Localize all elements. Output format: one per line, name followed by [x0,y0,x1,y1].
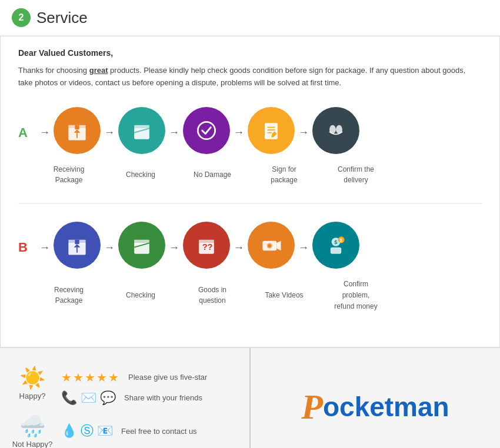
bottom-right: P ocketman [251,348,500,448]
label-receving: Receving Package [54,286,84,305]
arrow-4: → [234,126,244,139]
happy-label: Happy? [19,392,46,400]
circle-checking-b [118,222,165,269]
circle-videos [248,222,295,269]
svg-text:$: $ [339,238,342,243]
water-icon: 💧 [61,423,77,439]
label-confirm-delivery: Confirm the delivery [338,165,374,185]
svg-text:??: ?? [202,242,213,252]
arrow-b3: → [169,242,179,254]
page-title: Service [36,9,88,27]
flow-a-row: A → → [18,107,482,159]
label-sign: Sign for package [271,165,297,185]
svg-rect-18 [75,240,79,244]
header: 2 Service [0,0,500,36]
arrow-b5: → [298,242,309,254]
svg-point-30 [268,244,272,248]
label-receiving: Receiving Package [54,165,85,185]
circle-sign [248,107,295,154]
label-videos: Take Videos [265,291,303,299]
share-icons: 📞 ✉️ 💬 [61,390,116,406]
bottom-section: ☀️ Happy? ★★★★★ Please give us five-star… [0,347,500,448]
label-checking-b: Checking [126,291,155,299]
svg-rect-32 [331,248,341,254]
arrow-b2: → [104,242,115,254]
contact-text: Feel free to contact us [121,427,197,436]
circle-nodamage [183,107,230,154]
chat-icon: 💬 [100,390,116,406]
main-content: Dear Valued Customers, Thanks for choosi… [0,36,500,347]
flow-item [118,107,165,159]
circle-receving [54,222,101,269]
label-refund: Confirm problem, refund money [334,280,377,310]
arrow-b4: → [234,242,244,254]
skype-icon: Ⓢ [81,422,94,440]
flow-b-section: B → → [18,222,482,311]
flow-item [54,222,101,273]
flow-item [118,222,165,273]
arrow-2: → [104,126,115,139]
flow-item [54,107,101,159]
label-checking-a: Checking [126,170,155,179]
svg-text:$: $ [334,239,337,245]
label-nodamage: No Damage [194,170,231,179]
description-text: Thanks for choosing great products. Plea… [18,65,482,89]
flow-a-letter: A [18,125,30,141]
bottom-left: ☀️ Happy? ★★★★★ Please give us five-star… [0,348,251,448]
circle-refund: $ $ [312,222,359,269]
flow-item: ?? [183,222,230,273]
logo-p: P [301,389,323,424]
logo-rest: ocketman [323,391,449,423]
circle-confirm [312,107,359,154]
flow-b-labels: Receving Package Checking Goods in quest… [18,278,482,311]
email-icon: ✉️ [81,390,96,406]
svg-rect-2 [75,125,79,129]
arrow-b1: → [39,242,50,254]
flow-item [183,107,230,159]
flow-item: $ $ [312,222,359,273]
arrow-1: → [39,126,50,139]
svg-point-9 [198,122,215,139]
flow-item [248,222,295,273]
step-badge: 2 [12,8,31,27]
share-text: Share with your friends [124,393,202,402]
flow-a-labels: Receiving Package Checking No Damage Sig… [18,163,482,186]
sun-icon: ☀️ [19,366,46,390]
star-icon: ★★★★★ [61,370,120,385]
flow-item [248,107,295,159]
circle-goods: ?? [183,222,230,269]
mail-icon: 📧 [97,423,113,439]
flow-a-section: A → → [18,107,482,186]
greeting-text: Dear Valued Customers, [18,48,482,58]
five-star-text: Please give us five-star [128,373,207,382]
phone-icon: 📞 [61,390,77,406]
pocketman-logo: P ocketman [301,389,449,424]
arrow-5: → [298,126,309,139]
not-happy-label: Not Happy? [12,440,53,448]
circle-checking [118,107,165,154]
cloud-icon: 🌧️ [19,414,46,439]
divider [18,203,482,204]
flow-b-letter: B [18,240,30,255]
circle-receiving [54,107,101,154]
svg-marker-28 [276,241,281,251]
flow-item [312,107,359,159]
flow-b-row: B → → [18,222,482,273]
label-goods: Goods in question [198,286,226,305]
stars-group: ★★★★★ [61,370,120,385]
contact-icons: 💧 Ⓢ 📧 [61,422,113,440]
arrow-3: → [169,126,179,139]
